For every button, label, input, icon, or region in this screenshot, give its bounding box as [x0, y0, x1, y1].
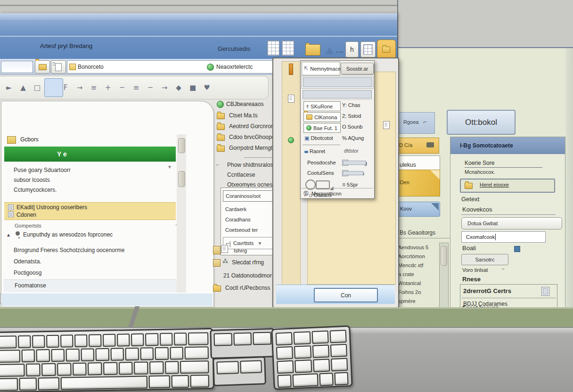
menu-header-item[interactable]: ⇱ Nemnytmace [302, 62, 340, 75]
panel-link-label[interactable]: Koovekcos [462, 206, 492, 213]
panel-button-1[interactable]: Dotua Gwbat [461, 217, 562, 229]
toolbar-icon[interactable]: □ [30, 81, 44, 94]
nav-back-button[interactable] [35, 60, 50, 74]
resize-icon: ⇱ [304, 65, 308, 72]
panel-boxed-title[interactable]: 2drerrotG Certrs [463, 287, 511, 294]
highlighted-row[interactable]: EKadit] Ustroong ooseribers Cdonen [4, 202, 176, 220]
list-item[interactable]: Brrogrund Fneres Sochotzcluing oocenorme [14, 245, 124, 256]
nav-recessed-field[interactable] [1, 61, 33, 73]
panel-button-2[interactable]: Sarsotrc [461, 254, 508, 265]
open-folder-icon[interactable] [305, 44, 320, 56]
koov-button[interactable]: Koov [396, 202, 440, 217]
fold-note[interactable]: Oen [395, 170, 440, 196]
menu-left-item-3[interactable]: ▣ Dbotcotot [304, 135, 333, 141]
menu-item-reports[interactable]: nnes Or Rerots ↗ [302, 76, 374, 89]
left-panel-footer[interactable]: Foomatonse [3, 279, 186, 292]
menu-left-item-5[interactable]: Peosdocshe [307, 160, 336, 165]
item-slecdat[interactable]: Slecdat rfrng [232, 259, 264, 266]
background-list-item[interactable]: a crate [398, 270, 439, 279]
toolbar-icon[interactable]: ► [2, 81, 16, 94]
menu-right-item-5[interactable]: Ihotabg [342, 160, 367, 166]
mode-button[interactable]: h [345, 41, 359, 57]
folder-icon [217, 124, 225, 130]
panel-input[interactable]: Cxomafcook [461, 231, 546, 243]
list-item[interactable]: Phow shidtnsralos [227, 160, 273, 170]
listbox-option[interactable]: Coradhans [225, 214, 258, 225]
menu-right-item-7[interactable]: ≡ 5Spr [342, 181, 358, 188]
toolbar-icon[interactable]: → [73, 81, 87, 94]
toolbar-icon[interactable]: ─ [115, 81, 129, 94]
toolbar-icon[interactable]: + [101, 81, 115, 94]
key [172, 375, 189, 388]
key [145, 333, 158, 346]
listbox-option[interactable]: Coetseoud ter [225, 225, 258, 235]
highlighted-row-line2: Cdonen [16, 212, 36, 218]
nav-doc-button[interactable] [51, 60, 66, 74]
key [36, 349, 50, 362]
background-list-item[interactable]: spmère [398, 297, 439, 306]
key [51, 349, 65, 361]
list-item[interactable]: Puse goary Sduartoorr [14, 165, 71, 175]
menu-right-item-6[interactable]: Puatts [342, 170, 364, 176]
item-coctl[interactable]: Coctl rUPecbcnss [225, 285, 270, 291]
background-list-item[interactable]: Foihns 2o [398, 288, 439, 297]
tool-button[interactable]: Rgoea ⌐ [398, 112, 435, 134]
toolbar-icon[interactable]: ▲ [16, 81, 30, 94]
toolbar-icon[interactable]: ■ [186, 81, 200, 94]
panel-checkbox[interactable] [514, 246, 520, 252]
ok-button[interactable]: Con [314, 288, 378, 302]
menu-header-button[interactable]: Soostir.ar [341, 63, 374, 74]
list-item[interactable]: Poctigoosg [14, 267, 124, 278]
background-list-item[interactable]: Aendovous 5 [398, 243, 439, 252]
list-item[interactable]: Odenatsta. [14, 256, 124, 267]
panel-selected-row[interactable]: Herel eiooxe [460, 179, 555, 193]
menu-right-item-2[interactable]: O Sounb [342, 124, 362, 130]
grid-button[interactable] [360, 41, 376, 57]
menu-left-item-4[interactable]: Raoret [304, 148, 325, 154]
list-item[interactable]: Cctumycockcers. [14, 185, 71, 195]
list-item[interactable]: Ccntlacese [227, 170, 273, 180]
background-list-item[interactable]: Aorcrtómon [398, 252, 439, 261]
item-ithors[interactable]: Ishrrg [234, 248, 247, 253]
chevron-down-icon[interactable]: ▼ [167, 164, 172, 170]
toolbar-active-slot[interactable] [44, 78, 63, 97]
orange-folder-button[interactable] [377, 40, 396, 59]
text-caret [495, 234, 496, 240]
menu-left-item-2[interactable]: Bae Fut. 1 [303, 123, 341, 133]
green-ball-icon [207, 64, 214, 71]
middle-first-item[interactable]: CBJbeareaaos [226, 101, 263, 107]
menu-right-item-4[interactable]: dfdstor [344, 148, 359, 154]
triangle-icon [325, 47, 334, 54]
menu-right-item-3[interactable]: % AQung [342, 135, 364, 141]
folder-bar-button[interactable]: D C/a [395, 138, 439, 154]
nav-field[interactable]: Bonorceto Neaoxrtelerctc [67, 60, 288, 74]
background-list-item[interactable]: Wotanical [398, 279, 439, 288]
item-oatdon[interactable]: 21 Oatdonotodimor [223, 272, 272, 279]
menu-left-item-0[interactable]: ϮSKuRone [303, 101, 341, 111]
background-scrollbar-thumb[interactable] [441, 246, 447, 266]
menu-item-enhanced[interactable]: Eshorcod bnnAneromaoe [302, 89, 373, 100]
list-item[interactable]: subsor lcoosts [14, 175, 71, 185]
scrollbar-thumb[interactable] [178, 171, 185, 187]
key [19, 377, 37, 391]
collapse-arrow-icon[interactable]: ▲ [6, 232, 11, 237]
toolbar-icon[interactable]: → [157, 81, 172, 94]
scrollbar-thumb[interactable] [178, 138, 185, 153]
folder-icon [217, 146, 225, 152]
toolbar-icon[interactable]: ≡ [87, 81, 101, 94]
menu-left-item-6[interactable]: CootulSens [307, 170, 334, 176]
menu-right-item-0[interactable]: Y: Chas [342, 102, 360, 108]
toolbar-icon[interactable]: ◆ [172, 81, 186, 94]
toolbar-icon[interactable]: ─ [143, 81, 157, 94]
toolbar-icon[interactable]: ≡ [129, 81, 143, 94]
background-list-item[interactable]: Mencdc xtf [398, 261, 439, 270]
green-header-bar[interactable]: Y e [4, 147, 176, 162]
tan-icon [213, 246, 221, 254]
pinned-item-label[interactable]: Eunputhdy as wresodzos foprconec [23, 231, 113, 238]
listbox-option[interactable]: Cardaerk [225, 204, 258, 214]
menu-left-item-1[interactable]: ClKonona [303, 112, 341, 122]
toolbar-icon[interactable]: ♥ [200, 81, 214, 94]
left-panel-scrollbar[interactable] [177, 134, 186, 293]
menu-footer[interactable]: ⑮ Merpontticnn [301, 188, 373, 198]
menu-right-item-1[interactable]: 2; Sstod [342, 113, 361, 119]
